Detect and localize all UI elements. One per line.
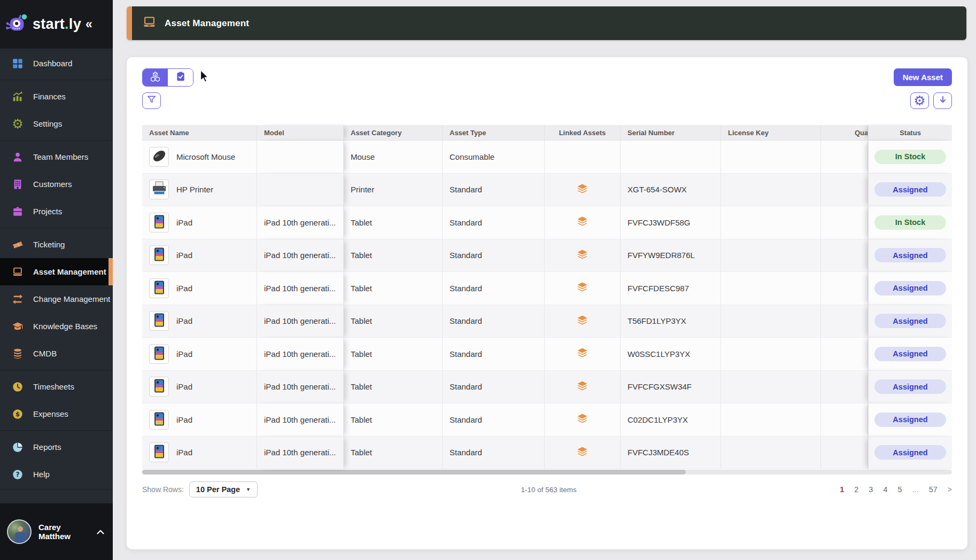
- cell-type: Standard: [443, 272, 545, 305]
- cell-linked: [545, 239, 621, 273]
- asset-thumbnail: [149, 245, 169, 265]
- cell-model: iPad 10th generati...: [257, 206, 344, 239]
- column-header-asset-category[interactable]: Asset Category: [344, 125, 443, 140]
- projects-icon: [11, 205, 24, 218]
- checklist-view-toggle-button[interactable]: [168, 69, 193, 86]
- sidebar-item-label: Timesheets: [33, 382, 74, 391]
- sidebar-item-settings[interactable]: ⚙Settings: [0, 110, 113, 137]
- cell-cat: Tablet: [344, 403, 443, 437]
- main-content: Asset Management New Asset ⚙: [113, 0, 976, 560]
- sidebar-item-change-management[interactable]: Change Management: [0, 285, 113, 313]
- horizontal-scrollbar[interactable]: [142, 470, 952, 475]
- cell-license: [721, 371, 821, 404]
- cell-serial: FVFCFGXSW34F: [621, 371, 721, 404]
- asset-name-text: Microsoft Mouse: [176, 152, 235, 161]
- nav-divider: [0, 228, 113, 228]
- column-header-asset-name[interactable]: Asset Name: [142, 125, 257, 140]
- sidebar-item-expenses[interactable]: $Expenses: [0, 400, 113, 427]
- cell-cat: Printer: [344, 174, 443, 207]
- table-row[interactable]: iPadiPad 10th generati...TabletStandardW…: [142, 338, 952, 371]
- page-button-1[interactable]: 1: [840, 485, 844, 494]
- table-row[interactable]: iPadiPad 10th generati...TabletStandardF…: [142, 371, 952, 404]
- table-row[interactable]: Microsoft MouseMouseConsumableIn Stock: [142, 141, 952, 174]
- sidebar-item-team-members[interactable]: Team Members: [0, 143, 113, 170]
- page-button-4[interactable]: 4: [883, 485, 887, 494]
- brand-name: start.ly: [33, 16, 81, 33]
- cell-status: Assigned: [868, 371, 952, 404]
- pagination-ellipsis: ...: [912, 485, 919, 494]
- reports-icon: [11, 441, 24, 454]
- page-button-5[interactable]: 5: [898, 485, 902, 494]
- cell-serial: FVFCJ3MDE40S: [621, 437, 721, 470]
- cell-linked: [545, 437, 621, 470]
- sidebar-item-asset-management[interactable]: Asset Management: [0, 258, 113, 285]
- sidebar-item-finances[interactable]: Finances: [0, 83, 113, 110]
- layers-icon: [576, 446, 588, 460]
- column-header-quantity[interactable]: Quantity: [821, 125, 868, 140]
- sidebar-item-ticketing[interactable]: Ticketing: [0, 231, 113, 258]
- column-header-status[interactable]: Status: [868, 125, 952, 140]
- page-button-3[interactable]: 3: [869, 485, 873, 494]
- cell-name: Microsoft Mouse: [142, 141, 257, 174]
- ipad-image: [150, 377, 168, 396]
- assets-view-toggle-button[interactable]: [143, 69, 168, 86]
- sidebar-collapse-button[interactable]: «: [86, 17, 92, 32]
- sidebar-item-label: Customers: [33, 180, 72, 189]
- asset-name-text: iPad: [176, 415, 192, 424]
- cell-linked: [545, 305, 621, 338]
- sidebar-item-reports[interactable]: Reports: [0, 433, 113, 461]
- cell-license: [721, 239, 821, 273]
- sidebar: start.ly « DashboardFinances⚙SettingsTea…: [0, 0, 113, 560]
- cell-model: [257, 174, 344, 207]
- chevron-up-icon[interactable]: [97, 530, 104, 534]
- cell-license: [721, 437, 821, 470]
- table-row[interactable]: iPadiPad 10th generati...TabletStandardF…: [142, 272, 952, 305]
- dashboard-icon: [11, 57, 24, 70]
- team-members-icon: [11, 151, 24, 164]
- sidebar-item-cmdb[interactable]: CMDB: [0, 340, 113, 367]
- sidebar-item-projects[interactable]: Projects: [0, 198, 113, 225]
- next-page-button[interactable]: >: [948, 485, 952, 494]
- table-row[interactable]: iPadiPad 10th generati...TabletStandardF…: [142, 206, 952, 239]
- sidebar-item-customers[interactable]: Customers: [0, 170, 113, 198]
- page-size-select[interactable]: 10 Per Page ▼: [189, 481, 258, 497]
- column-header-model[interactable]: Model: [257, 125, 344, 140]
- view-toggle: [142, 68, 193, 87]
- table-settings-button[interactable]: ⚙: [910, 92, 929, 109]
- asset-management-icon: [11, 266, 24, 278]
- asset-name-text: iPad: [176, 349, 192, 359]
- column-header-asset-type[interactable]: Asset Type: [443, 125, 545, 140]
- column-header-linked-assets[interactable]: Linked Assets: [545, 125, 621, 140]
- avatar: [7, 519, 32, 544]
- new-asset-button[interactable]: New Asset: [894, 68, 952, 86]
- sidebar-item-knowledge-bases[interactable]: Knowledge Bases: [0, 313, 113, 340]
- column-header-serial-number[interactable]: Serial Number: [621, 125, 721, 140]
- cell-qty: [821, 437, 868, 470]
- page-button-57[interactable]: 57: [929, 485, 938, 494]
- table-row[interactable]: iPadiPad 10th generati...TabletStandardF…: [142, 437, 952, 470]
- sidebar-item-timesheets[interactable]: Timesheets: [0, 373, 113, 400]
- column-header-license-key[interactable]: License Key: [721, 125, 821, 140]
- page-button-2[interactable]: 2: [854, 485, 858, 494]
- scrollbar-thumb[interactable]: [142, 470, 686, 475]
- cell-linked: [545, 272, 621, 305]
- table-row[interactable]: HP PrinterPrinterStandardXGT-654-SOWXAss…: [142, 174, 952, 207]
- status-badge: Assigned: [874, 413, 946, 427]
- mouse-image: [150, 147, 168, 167]
- cell-cat: Tablet: [344, 239, 443, 273]
- cell-status: Assigned: [868, 403, 952, 437]
- cell-cat: Tablet: [344, 338, 443, 371]
- download-button[interactable]: [933, 92, 952, 109]
- table-row[interactable]: iPadiPad 10th generati...TabletStandardC…: [142, 403, 952, 437]
- user-profile[interactable]: Carey Matthew: [0, 503, 113, 560]
- filter-button[interactable]: [142, 92, 161, 109]
- table-row[interactable]: iPadiPad 10th generati...TabletStandardF…: [142, 239, 952, 273]
- cell-name: iPad: [142, 206, 257, 239]
- sidebar-item-dashboard[interactable]: Dashboard: [0, 50, 113, 77]
- knowledge-bases-icon: [11, 320, 24, 333]
- pagination: 12345...57>: [840, 485, 952, 494]
- sidebar-item-label: Settings: [33, 119, 62, 128]
- sidebar-item-help[interactable]: ?Help: [0, 461, 113, 488]
- table-row[interactable]: iPadiPad 10th generati...TabletStandardT…: [142, 305, 952, 338]
- cell-model: iPad 10th generati...: [257, 305, 344, 338]
